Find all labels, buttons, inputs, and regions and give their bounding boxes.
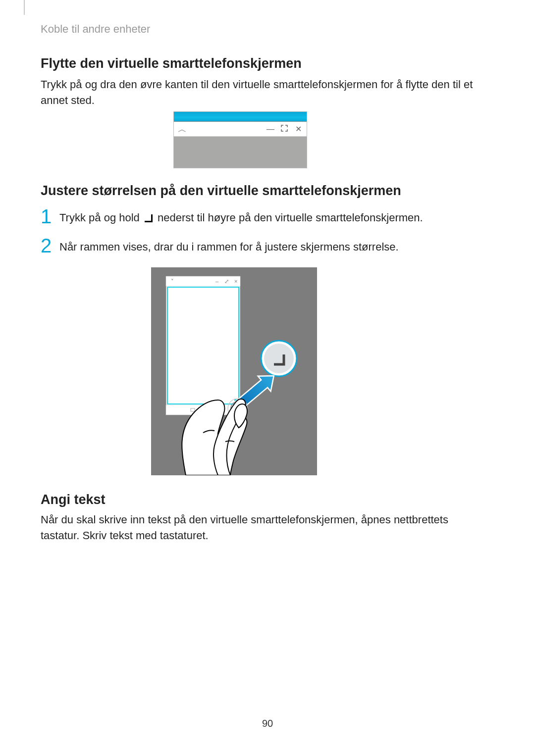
page-number: 90: [0, 718, 535, 729]
step-2-text: Når rammen vises, drar du i rammen for å…: [59, 240, 399, 255]
breadcrumb: Koble til andre enheter: [41, 23, 150, 36]
figure-window-toolbar: ︿ — ✕: [174, 122, 307, 137]
resize-corner-icon: [145, 214, 153, 222]
figure-resize-gesture: ˅ – ⤢ ×: [151, 267, 317, 475]
page-margin-mark: [24, 0, 25, 15]
step-1-text: Trykk på og hold nederst til høyre på de…: [59, 210, 423, 226]
figure-window-drag-bar: [174, 112, 307, 122]
svg-text:×: ×: [234, 278, 237, 284]
section1-paragraph: Trykk på og dra den øvre kanten til den …: [41, 77, 477, 108]
step-number-1: 1: [41, 206, 59, 226]
svg-text:˅: ˅: [171, 278, 174, 284]
svg-rect-1: [166, 276, 240, 415]
svg-text:–: –: [215, 278, 219, 284]
step-2: 2 Når rammen vises, drar du i rammen for…: [41, 240, 399, 255]
svg-rect-2: [166, 276, 240, 286]
section3-heading: Angi tekst: [41, 492, 486, 507]
step-number-2: 2: [41, 236, 59, 255]
svg-text:⤢: ⤢: [224, 278, 229, 284]
section2-heading: Justere størrelsen på den virtuelle smar…: [41, 183, 486, 199]
svg-point-12: [264, 344, 294, 373]
chevron-up-icon: ︿: [178, 123, 187, 135]
step-1-text-b: nederst til høyre på den virtuelle smart…: [155, 211, 423, 224]
step-1-text-a: Trykk på og hold: [59, 211, 143, 224]
section3-paragraph: Når du skal skrive inn tekst på den virt…: [41, 512, 477, 544]
figure-window-body: [174, 137, 307, 168]
step-1: 1 Trykk på og hold nederst til høyre på …: [41, 210, 423, 226]
maximize-icon: [280, 124, 289, 134]
minimize-icon: —: [266, 125, 275, 133]
figure-window-titlebar: ︿ — ✕: [173, 111, 307, 168]
section1-heading: Flytte den virtuelle smarttelefonskjerme…: [41, 56, 486, 71]
close-icon: ✕: [294, 125, 303, 133]
